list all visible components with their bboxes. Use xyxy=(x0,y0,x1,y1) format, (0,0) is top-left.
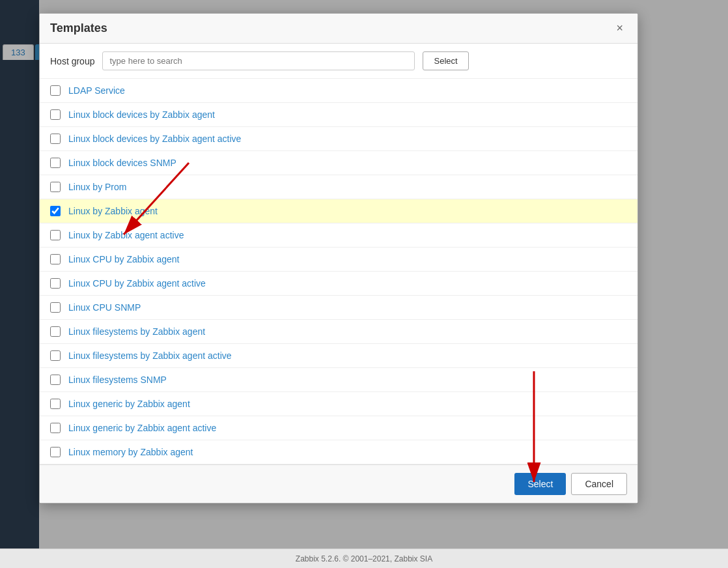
list-item-checkbox[interactable] xyxy=(50,278,61,289)
list-item[interactable]: Linux filesystems by Zabbix agent xyxy=(40,320,637,344)
list-item-checkbox[interactable] xyxy=(50,254,61,264)
list-item-label: Linux memory by Zabbix agent xyxy=(68,447,193,457)
list-item-checkbox[interactable] xyxy=(50,134,61,144)
list-item[interactable]: LDAP Service xyxy=(40,79,637,103)
list-item-checkbox[interactable] xyxy=(50,375,61,385)
list-item-checkbox[interactable] xyxy=(50,399,61,409)
list-item[interactable]: Linux by Zabbix agent xyxy=(40,199,637,223)
modal-title: Templates xyxy=(50,21,107,35)
list-item-checkbox[interactable] xyxy=(50,158,61,168)
list-item-label: Linux filesystems by Zabbix agent active xyxy=(68,350,232,361)
modal-header: Templates × xyxy=(40,14,637,44)
list-item[interactable]: Linux CPU by Zabbix agent active xyxy=(40,272,637,296)
list-item-label: Linux CPU by Zabbix agent xyxy=(68,254,179,264)
list-item-checkbox[interactable] xyxy=(50,230,61,240)
list-item[interactable]: Linux CPU by Zabbix agent xyxy=(40,248,637,272)
list-item-checkbox[interactable] xyxy=(50,206,61,216)
list-item-checkbox[interactable] xyxy=(50,85,61,96)
list-item-label: Linux by Zabbix agent xyxy=(68,206,158,216)
list-item-label: Linux filesystems SNMP xyxy=(68,375,167,385)
select-button[interactable]: Select xyxy=(514,473,566,495)
host-group-search-input[interactable] xyxy=(102,51,415,70)
templates-modal: Templates × Host group Select LDAP Servi… xyxy=(39,13,638,504)
list-item-label: Linux generic by Zabbix agent xyxy=(68,399,190,409)
list-item-checkbox[interactable] xyxy=(50,302,61,313)
list-item-label: LDAP Service xyxy=(68,85,125,96)
template-list: LDAP ServiceLinux block devices by Zabbi… xyxy=(40,79,637,464)
list-item[interactable]: Linux block devices by Zabbix agent xyxy=(40,103,637,127)
modal-toolbar: Host group Select xyxy=(40,44,637,79)
list-item-label: Linux generic by Zabbix agent active xyxy=(68,423,216,433)
list-item-label: Linux filesystems by Zabbix agent xyxy=(68,326,205,337)
list-item-checkbox[interactable] xyxy=(50,423,61,433)
modal-footer: Select Cancel xyxy=(40,464,637,503)
list-item-checkbox[interactable] xyxy=(50,326,61,337)
list-item[interactable]: Linux filesystems by Zabbix agent active xyxy=(40,344,637,368)
list-item[interactable]: Linux CPU SNMP xyxy=(40,296,637,320)
list-item-checkbox[interactable] xyxy=(50,109,61,120)
list-item[interactable]: Linux filesystems SNMP xyxy=(40,368,637,392)
list-item-checkbox[interactable] xyxy=(50,350,61,361)
list-item[interactable]: Linux by Zabbix agent active xyxy=(40,223,637,248)
list-item[interactable]: Linux block devices SNMP xyxy=(40,151,637,175)
footer-text: Zabbix 5.2.6. © 2001–2021, Zabbix SIA xyxy=(296,554,432,563)
list-item-checkbox[interactable] xyxy=(50,182,61,192)
host-group-select-button[interactable]: Select xyxy=(423,51,468,70)
list-item-label: Linux CPU SNMP xyxy=(68,302,141,313)
list-item[interactable]: Linux memory by Zabbix agent xyxy=(40,440,637,464)
list-item[interactable]: Linux generic by Zabbix agent active xyxy=(40,416,637,440)
list-item-label: Linux by Prom xyxy=(68,182,126,192)
cancel-button[interactable]: Cancel xyxy=(571,473,627,495)
list-item[interactable]: Linux generic by Zabbix agent xyxy=(40,392,637,416)
list-item-checkbox[interactable] xyxy=(50,447,61,457)
list-item[interactable]: Linux by Prom xyxy=(40,175,637,199)
list-item-label: Linux block devices by Zabbix agent xyxy=(68,109,215,120)
page-footer: Zabbix 5.2.6. © 2001–2021, Zabbix SIA xyxy=(0,548,728,568)
list-item[interactable]: Linux block devices by Zabbix agent acti… xyxy=(40,127,637,151)
close-button[interactable]: × xyxy=(612,20,627,36)
list-item-label: Linux by Zabbix agent active xyxy=(68,230,184,240)
list-item-label: Linux block devices SNMP xyxy=(68,158,176,168)
list-item-label: Linux CPU by Zabbix agent active xyxy=(68,278,206,289)
host-group-label: Host group xyxy=(50,56,94,66)
list-item-label: Linux block devices by Zabbix agent acti… xyxy=(68,134,241,144)
